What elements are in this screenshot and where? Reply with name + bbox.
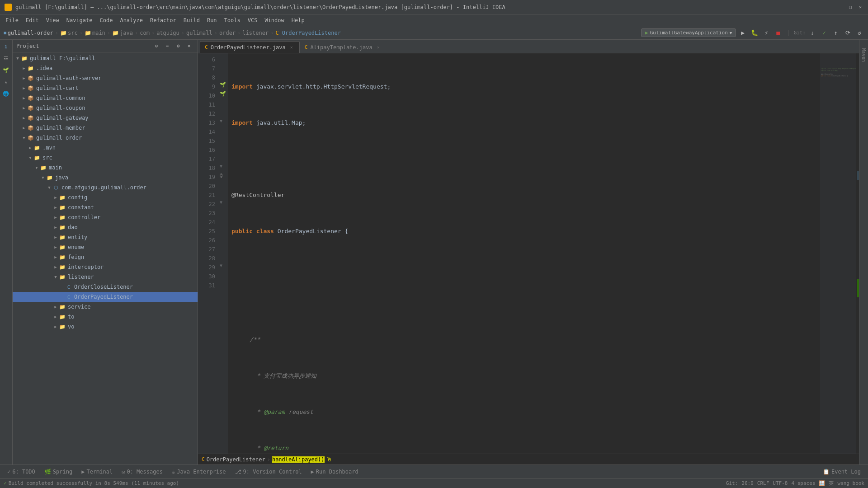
breadcrumb-listener[interactable]: listener [242, 30, 269, 36]
coverage-button[interactable]: ⚡ [761, 28, 771, 38]
tree-src-label: src [42, 155, 52, 161]
project-panel-icon[interactable]: 1 [1, 42, 11, 52]
close-sidebar-button[interactable]: ✕ [184, 41, 194, 51]
bottom-tab-messages[interactable]: ✉ 0: Messages [118, 468, 166, 476]
charset-indicator[interactable]: UTF-8 [773, 480, 788, 486]
indent-indicator[interactable]: 4 spaces [791, 480, 815, 486]
tree-interceptor[interactable]: ▶ 📁 interceptor [13, 262, 198, 272]
menu-file[interactable]: File [2, 16, 22, 24]
menu-navigate[interactable]: Navigate [63, 16, 96, 24]
breadcrumb-java[interactable]: 📁 java [112, 30, 133, 36]
breadcrumb-atguigu[interactable]: atguigu [156, 30, 179, 36]
tree-java[interactable]: ▼ 📁 java [13, 173, 198, 183]
breadcrumb-order[interactable]: order [219, 30, 236, 36]
tree-common[interactable]: ▶ 📦 gulimall-common [13, 93, 198, 103]
git-commit-button[interactable]: ✓ [819, 28, 829, 38]
tree-dao[interactable]: ▶ 📁 dao [13, 222, 198, 232]
menu-vcs[interactable]: VCS [244, 16, 261, 24]
breadcrumb-src[interactable]: 📁 src [60, 30, 78, 36]
git-update-button[interactable]: ↓ [807, 28, 817, 38]
tree-entity[interactable]: ▶ 📁 entity [13, 232, 198, 242]
tree-root[interactable]: ▼ 📁 gulimall F:\gulimall [13, 53, 198, 63]
settings-button[interactable]: ⚙ [173, 41, 183, 51]
collapse-all-button[interactable]: ≡ [162, 41, 172, 51]
tree-main[interactable]: ▼ 📁 main [13, 163, 198, 173]
web-icon[interactable]: 🌐 [1, 89, 11, 99]
tab-alipay[interactable]: C AlipayTemplate.java ✕ [300, 41, 387, 53]
code-line-9: @RestController [231, 191, 820, 200]
menu-analyze[interactable]: Analyze [116, 16, 146, 24]
tree-feign[interactable]: ▶ 📁 feign [13, 252, 198, 262]
menu-run[interactable]: Run [203, 16, 221, 24]
locate-file-button[interactable]: ⊙ [151, 41, 161, 51]
git-push-button[interactable]: ↑ [831, 28, 841, 38]
tree-cart[interactable]: ▶ 📦 gulimall-cart [13, 83, 198, 93]
tree-package-label: com.atguigu.gulimall.order [61, 184, 146, 191]
toggle-opl [59, 294, 65, 300]
tree-package[interactable]: ▼ ⬡ com.atguigu.gulimall.order [13, 183, 198, 192]
bottom-tab-java-enterprise[interactable]: ☕ Java Enterprise [168, 468, 230, 476]
tree-order[interactable]: ▼ 📦 gulimall-order [13, 133, 198, 143]
menu-help[interactable]: Help [288, 16, 308, 24]
tab-orderpayed-close[interactable]: ✕ [288, 44, 295, 51]
breadcrumb-main[interactable]: 📁 main [85, 30, 105, 36]
bottom-tab-eventlog[interactable]: 📋 Event Log [819, 468, 864, 476]
maximize-button[interactable]: □ [847, 4, 854, 10]
messages-icon: ✉ [122, 469, 125, 475]
tree-enume[interactable]: ▶ 📁 enume [13, 242, 198, 252]
git-history-button[interactable]: ⟳ [843, 28, 853, 38]
tree-coupon[interactable]: ▶ 📦 gulimall-coupon [13, 103, 198, 113]
tree-listener[interactable]: ▼ 📁 listener [13, 272, 198, 282]
close-button[interactable]: ✕ [857, 4, 863, 10]
bottom-tab-todo[interactable]: ✓ 6: TODO [4, 468, 39, 476]
run-button[interactable]: ▶ [738, 28, 748, 38]
minimize-button[interactable]: ─ [837, 4, 844, 10]
tree-member[interactable]: ▶ 📦 gulimall-member [13, 123, 198, 133]
tree-constant[interactable]: ▶ 📁 constant [13, 202, 198, 212]
favorites-icon[interactable]: ★ [1, 77, 11, 87]
tree-controller[interactable]: ▶ 📁 controller [13, 212, 198, 222]
panel-icon-2[interactable]: ☲ [1, 53, 11, 63]
bottom-tab-spring[interactable]: 🌿 Spring [41, 468, 76, 476]
git-revert-button[interactable]: ↺ [854, 28, 864, 38]
menu-code[interactable]: Code [96, 16, 117, 24]
tree-auth-server[interactable]: ▶ 📦 gulimall-auth-server [13, 73, 198, 83]
tree-src[interactable]: ▼ 📁 src [13, 153, 198, 163]
run-config-dropdown[interactable]: ▶ GulimallGatewayApplication ▼ [641, 28, 736, 37]
menu-tools[interactable]: Tools [221, 16, 244, 24]
menu-refactor[interactable]: Refactor [146, 16, 180, 24]
tree-service[interactable]: ▶ 📁 service [13, 302, 198, 312]
menu-view[interactable]: View [42, 16, 63, 24]
tab-orderpayed[interactable]: C OrderPayedListener.java ✕ [200, 41, 300, 53]
right-maven-icon[interactable]: Maven [859, 42, 868, 69]
bottom-tab-rundashboard[interactable]: ▶ Run Dashboard [307, 468, 362, 476]
encoding-indicator[interactable]: CRLF [757, 480, 769, 486]
tree-idea[interactable]: ▶ 📁 .idea [13, 63, 198, 73]
panel-icon-bean[interactable]: 🌱 [1, 65, 11, 75]
bottom-tab-vcs[interactable]: ⎇ 9: Version Control [231, 468, 306, 476]
tree-orderpayedlistener[interactable]: C OrderPayedListener [13, 292, 198, 302]
tree-vo[interactable]: ▶ 📁 vo [13, 322, 198, 332]
position-indicator[interactable]: 26:9 [741, 480, 754, 486]
breadcrumb-gulimall-order[interactable]: ◼ gulimall-order [4, 30, 53, 36]
tree-ordercloselistener[interactable]: C OrderCloseListener [13, 282, 198, 292]
debug-button[interactable]: 🐛 [750, 28, 760, 38]
menu-edit[interactable]: Edit [22, 16, 42, 24]
tree-mvn[interactable]: ▶ 📁 .mvn [13, 143, 198, 153]
tree-to[interactable]: ▶ 📁 to [13, 312, 198, 322]
tree-listener-label: listener [68, 274, 94, 280]
package-icon: ⬡ [52, 184, 60, 191]
tab-alipay-close[interactable]: ✕ [375, 44, 382, 51]
menu-build[interactable]: Build [180, 16, 203, 24]
toggle-constant: ▶ [52, 204, 59, 211]
tree-gateway[interactable]: ▶ 📦 gulimall-gateway [13, 113, 198, 123]
code-content[interactable]: import javax.servlet.http.HttpServletReq… [228, 53, 820, 454]
bottom-tab-terminal[interactable]: ▶ Terminal [78, 468, 116, 476]
breadcrumb-file[interactable]: C OrderPayedListener [275, 30, 341, 36]
breadcrumb-sep2: › [80, 30, 83, 36]
breadcrumb-gulimall[interactable]: gulimall [186, 30, 212, 36]
tree-config[interactable]: ▶ 📁 config [13, 192, 198, 202]
breadcrumb-com[interactable]: com [140, 30, 150, 36]
stop-button[interactable]: ■ [773, 28, 783, 38]
menu-window[interactable]: Window [261, 16, 288, 24]
